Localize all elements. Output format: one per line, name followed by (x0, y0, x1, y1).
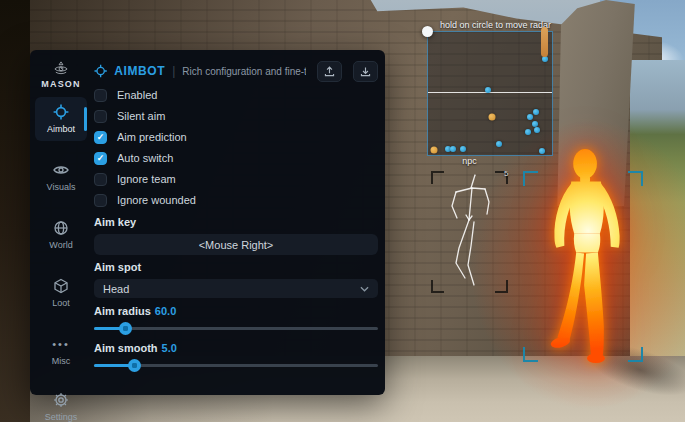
sidebar-item-label: Visuals (47, 182, 76, 192)
player-esp-box (523, 171, 643, 362)
cube-icon (53, 278, 69, 294)
crosshair-icon (53, 104, 69, 120)
sidebar-item-aimbot[interactable]: Aimbot (35, 97, 87, 141)
aim-spot-value: Head (103, 283, 360, 295)
sidebar-item-label: Aimbot (47, 124, 75, 134)
download-icon (359, 65, 372, 78)
aim-key-label: Aim key (94, 216, 378, 229)
wooden-post (541, 27, 548, 57)
radar (427, 31, 553, 156)
checkbox[interactable] (94, 131, 107, 144)
slider-value: 5.0 (162, 342, 177, 354)
sidebar-item-label: Loot (52, 298, 70, 308)
radar-dot-orange (489, 113, 496, 120)
slider-thumb[interactable] (119, 322, 132, 335)
tab-title: AIMBOT (114, 64, 165, 78)
dark-wall-edge (0, 0, 30, 422)
npc-distance-label: 5 (504, 169, 508, 178)
checkbox-row-ignore-team[interactable]: Ignore team (94, 169, 378, 189)
bracket-corner (523, 171, 538, 186)
slider-value: 60.0 (155, 305, 176, 317)
checkbox-label: Ignore wounded (117, 194, 196, 206)
checkbox[interactable] (94, 173, 107, 186)
mason-eye-logo-icon (53, 60, 69, 76)
radar-dot-blue (532, 121, 538, 127)
aim-radius-label-row: Aim radius60.0 (94, 305, 378, 319)
radar-dot-blue (533, 109, 539, 115)
checkbox-row-enabled[interactable]: Enabled (94, 85, 378, 105)
brand: MASON (41, 60, 81, 89)
checkbox-label: Silent aim (117, 110, 165, 122)
aim-smooth-label-row: Aim smooth5.0 (94, 342, 378, 356)
checkbox-label: Enabled (117, 89, 157, 101)
checkbox[interactable] (94, 89, 107, 102)
active-indicator (84, 107, 87, 131)
export-config-button[interactable] (317, 61, 342, 82)
checkbox[interactable] (94, 152, 107, 165)
aim-key-button[interactable]: <Mouse Right> (94, 234, 378, 255)
radar-dot-blue (539, 148, 545, 154)
radar-dot-blue (485, 87, 491, 93)
sidebar-item-loot[interactable]: Loot (35, 271, 87, 315)
radar-dot-blue (460, 146, 466, 152)
radar-dot-blue (525, 129, 531, 135)
slider-label: Aim radius (94, 305, 151, 317)
checkbox-label: Auto switch (117, 152, 173, 164)
eye-icon (53, 162, 69, 178)
aim-smooth-slider[interactable] (94, 359, 378, 372)
checkbox[interactable] (94, 194, 107, 207)
game-screen: hold on circle to move radar npc 5 (0, 0, 685, 422)
gear-icon (53, 392, 69, 408)
slider-thumb[interactable] (128, 359, 141, 372)
aim-spot-select[interactable]: Head (94, 279, 378, 298)
brand-label: MASON (41, 79, 81, 89)
radar-dot-blue (527, 114, 533, 120)
sidebar-item-label: Misc (52, 356, 71, 366)
tab-subtitle: Rich configuration and fine-tuning (182, 66, 306, 77)
slider-label: Aim smooth (94, 342, 158, 354)
sidebar-item-world[interactable]: World (35, 213, 87, 257)
checkbox[interactable] (94, 110, 107, 123)
bracket-corner (628, 347, 643, 362)
checkbox-row-ignore-wounded[interactable]: Ignore wounded (94, 190, 378, 210)
bracket-corner (628, 171, 643, 186)
sidebar: MASON Aimbot Visuals World (30, 50, 92, 395)
sidebar-item-label: World (49, 240, 72, 250)
sidebar-item-misc[interactable]: ••• Misc (35, 329, 87, 373)
chevron-down-icon (360, 286, 369, 292)
sidebar-item-settings[interactable]: Settings (35, 385, 87, 422)
sidebar-item-visuals[interactable]: Visuals (35, 155, 87, 199)
cheat-menu-panel: MASON Aimbot Visuals World (30, 50, 385, 395)
npc-name-label: npc (431, 156, 508, 166)
crosshair-icon (94, 63, 107, 79)
bracket-corner (523, 347, 538, 362)
tab-header: AIMBOT | Rich configuration and fine-tun… (94, 58, 378, 84)
main-content: AIMBOT | Rich configuration and fine-tun… (94, 58, 378, 372)
checkbox-row-aim-prediction[interactable]: Aim prediction (94, 127, 378, 147)
import-config-button[interactable] (353, 61, 378, 82)
globe-icon (53, 220, 69, 236)
radar-dot-blue (496, 141, 502, 147)
aim-radius-slider[interactable] (94, 322, 378, 335)
radar-drag-handle[interactable] (422, 26, 433, 37)
checkbox-label: Aim prediction (117, 131, 187, 143)
radar-horizon-line (428, 92, 552, 93)
radar-dot-blue (534, 127, 540, 133)
sidebar-item-label: Settings (45, 412, 78, 422)
radar-dot-orange (431, 147, 438, 154)
aim-spot-label: Aim spot (94, 261, 378, 274)
radar-hint-text: hold on circle to move radar (440, 20, 551, 30)
checkbox-row-auto-switch[interactable]: Auto switch (94, 148, 378, 168)
ellipsis-icon: ••• (52, 336, 70, 352)
radar-dot-blue (450, 146, 456, 152)
header-separator: | (172, 64, 175, 78)
upload-icon (323, 65, 336, 78)
checkbox-label: Ignore team (117, 173, 176, 185)
npc-skeleton-esp (441, 170, 501, 295)
checkbox-row-silent-aim[interactable]: Silent aim (94, 106, 378, 126)
